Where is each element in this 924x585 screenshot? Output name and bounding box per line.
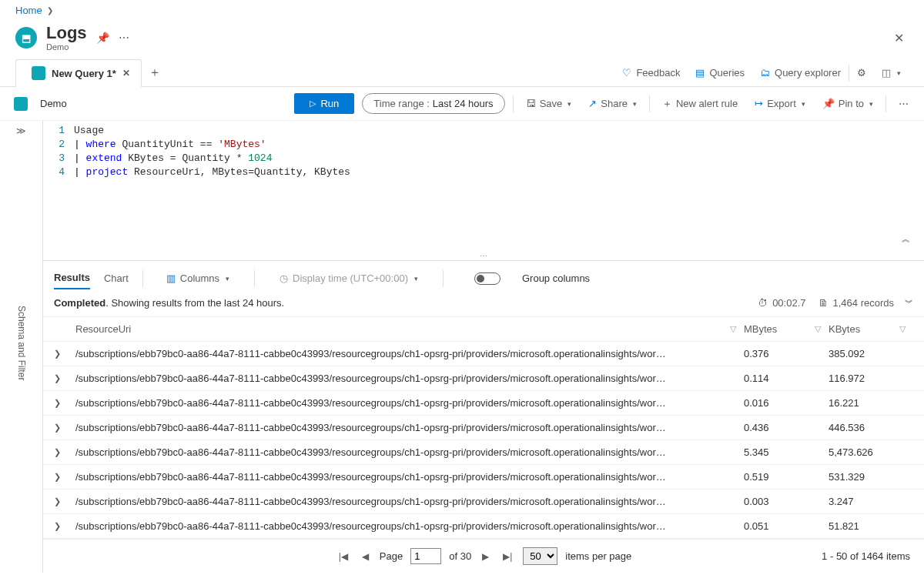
collapse-up-icon[interactable]: ︽ xyxy=(902,233,910,245)
feedback-button[interactable]: ♡Feedback xyxy=(614,59,688,87)
heart-icon: ♡ xyxy=(622,67,631,79)
pager-first-button[interactable]: |◀ xyxy=(336,551,351,562)
row-expand-icon[interactable]: ❯ xyxy=(54,398,75,408)
tab-add-button[interactable]: ＋ xyxy=(142,59,168,87)
pin-icon: 📌 xyxy=(822,98,835,109)
record-count: 🗎1,464 records xyxy=(819,297,895,309)
cell-resourceuri: /subscriptions/ebb79bc0-aa86-44a7-8111-c… xyxy=(75,422,744,433)
chevron-down-icon: ▾ xyxy=(633,100,637,108)
logs-icon: ⬒ xyxy=(15,27,37,48)
cell-resourceuri: /subscriptions/ebb79bc0-aa86-44a7-8111-c… xyxy=(75,397,744,409)
query-tabs: New Query 1* ✕ ＋ ♡Feedback ▤Queries 🗂Que… xyxy=(0,59,924,87)
cell-kbytes: 16.221 xyxy=(829,397,913,409)
tab-label: New Query 1* xyxy=(52,68,116,79)
row-expand-icon[interactable]: ❯ xyxy=(54,373,75,383)
group-columns-toggle[interactable] xyxy=(474,272,500,285)
table-row[interactable]: ❯/subscriptions/ebb79bc0-aa86-44a7-8111-… xyxy=(43,416,924,440)
expand-down-icon[interactable]: ︾ xyxy=(905,297,913,309)
more-icon[interactable]: ⋯ xyxy=(119,32,129,44)
query-editor[interactable]: 1234 Usage | where QuantityUnit == 'MByt… xyxy=(43,121,924,252)
close-icon[interactable]: ✕ xyxy=(889,26,909,50)
pager-last-button[interactable]: ▶| xyxy=(500,551,515,562)
cell-kbytes: 385.092 xyxy=(829,348,913,359)
cell-mbytes: 0.376 xyxy=(744,348,829,359)
cell-kbytes: 51.821 xyxy=(829,520,913,532)
table-row[interactable]: ❯/subscriptions/ebb79bc0-aa86-44a7-8111-… xyxy=(43,440,924,465)
code-line: | where QuantityUnit == 'MBytes' xyxy=(74,138,924,152)
pin-icon[interactable]: 📌 xyxy=(96,32,109,44)
pager-page-input[interactable] xyxy=(410,548,441,564)
time-range-value: Last 24 hours xyxy=(433,98,494,109)
status-bar: Completed . Showing results from the las… xyxy=(43,289,924,316)
pager-size-select[interactable]: 50 xyxy=(523,547,557,565)
table-row[interactable]: ❯/subscriptions/ebb79bc0-aa86-44a7-8111-… xyxy=(43,490,924,514)
col-mbytes[interactable]: MBytes xyxy=(744,323,777,335)
pager-prev-button[interactable]: ◀ xyxy=(359,551,372,562)
cell-mbytes: 0.003 xyxy=(744,496,829,507)
pager-of-label: of 30 xyxy=(449,550,471,562)
save-button[interactable]: 🖫Save▾ xyxy=(521,98,577,109)
query-explorer-button[interactable]: 🗂Query explorer xyxy=(752,59,849,87)
elapsed-time: ⏱00:02.7 xyxy=(758,297,805,309)
filter-icon[interactable]: ▽ xyxy=(815,324,821,334)
run-button[interactable]: Run xyxy=(294,93,354,114)
queries-icon: ▤ xyxy=(695,67,705,79)
pager-next-button[interactable]: ▶ xyxy=(479,551,492,562)
separator xyxy=(886,95,886,112)
display-time-button[interactable]: ◷Display time (UTC+00:00)▾ xyxy=(280,272,418,284)
row-expand-icon[interactable]: ❯ xyxy=(54,496,75,506)
col-kbytes[interactable]: KBytes xyxy=(829,323,860,335)
cell-kbytes: 531.329 xyxy=(829,471,913,483)
separator xyxy=(443,270,444,287)
tab-results[interactable]: Results xyxy=(54,267,90,289)
panels-button[interactable]: ◫▾ xyxy=(874,59,909,87)
col-resourceuri[interactable]: ResourceUri xyxy=(75,323,131,335)
tab-close-icon[interactable]: ✕ xyxy=(122,68,130,79)
resize-handle[interactable]: ⋯ ︽ xyxy=(43,252,924,260)
export-icon: ↦ xyxy=(755,98,763,109)
time-range-label: Time range : xyxy=(373,98,430,109)
share-button[interactable]: ↗Share▾ xyxy=(584,98,641,109)
breadcrumb-home[interactable]: Home xyxy=(15,5,42,16)
sidebar-label[interactable]: Schema and Filter xyxy=(16,306,27,380)
share-icon: ↗ xyxy=(588,98,597,109)
export-button[interactable]: ↦Export▾ xyxy=(750,98,810,109)
cell-resourceuri: /subscriptions/ebb79bc0-aa86-44a7-8111-c… xyxy=(75,520,744,532)
tab-icon xyxy=(32,66,45,80)
line-gutter: 1234 xyxy=(43,124,74,249)
expand-sidebar-icon[interactable]: ≫ xyxy=(16,125,26,136)
queries-button[interactable]: ▤Queries xyxy=(688,59,752,87)
row-expand-icon[interactable]: ❯ xyxy=(54,521,75,531)
table-row[interactable]: ❯/subscriptions/ebb79bc0-aa86-44a7-8111-… xyxy=(43,391,924,416)
cell-resourceuri: /subscriptions/ebb79bc0-aa86-44a7-8111-c… xyxy=(75,373,744,384)
table-row[interactable]: ❯/subscriptions/ebb79bc0-aa86-44a7-8111-… xyxy=(43,514,924,539)
row-expand-icon[interactable]: ❯ xyxy=(54,472,75,482)
code-line: | project ResourceUri, MBytes=Quantity, … xyxy=(74,165,924,179)
row-expand-icon[interactable]: ❯ xyxy=(54,423,75,433)
new-alert-button[interactable]: ＋New alert rule xyxy=(658,97,742,111)
scope-label[interactable]: Demo xyxy=(40,98,67,109)
time-range-picker[interactable]: Time range : Last 24 hours xyxy=(362,93,504,114)
row-expand-icon[interactable]: ❯ xyxy=(54,349,75,359)
pager: |◀ ◀ Page of 30 ▶ ▶| 50 items per page 1… xyxy=(43,539,924,573)
cell-resourceuri: /subscriptions/ebb79bc0-aa86-44a7-8111-c… xyxy=(75,496,744,507)
table-row[interactable]: ❯/subscriptions/ebb79bc0-aa86-44a7-8111-… xyxy=(43,342,924,366)
page-title: Logs xyxy=(46,24,87,42)
cell-mbytes: 0.016 xyxy=(744,397,829,409)
table-row[interactable]: ❯/subscriptions/ebb79bc0-aa86-44a7-8111-… xyxy=(43,465,924,490)
pin-to-button[interactable]: 📌Pin to▾ xyxy=(818,98,878,109)
columns-button[interactable]: ▥Columns▾ xyxy=(166,272,229,284)
pager-page-label: Page xyxy=(380,550,403,562)
more-actions-button[interactable]: ⋯ xyxy=(894,98,915,109)
table-row[interactable]: ❯/subscriptions/ebb79bc0-aa86-44a7-8111-… xyxy=(43,366,924,391)
tab-chart[interactable]: Chart xyxy=(104,268,129,289)
tab-active[interactable]: New Query 1* ✕ xyxy=(15,59,142,87)
row-expand-icon[interactable]: ❯ xyxy=(54,447,75,457)
code-lines: Usage | where QuantityUnit == 'MBytes' |… xyxy=(74,124,924,249)
settings-button[interactable]: ⚙ xyxy=(849,59,874,87)
filter-icon[interactable]: ▽ xyxy=(730,324,736,334)
cell-resourceuri: /subscriptions/ebb79bc0-aa86-44a7-8111-c… xyxy=(75,348,744,359)
status-completed: Completed xyxy=(54,297,105,309)
cell-mbytes: 0.519 xyxy=(744,471,829,483)
filter-icon[interactable]: ▽ xyxy=(899,324,906,334)
